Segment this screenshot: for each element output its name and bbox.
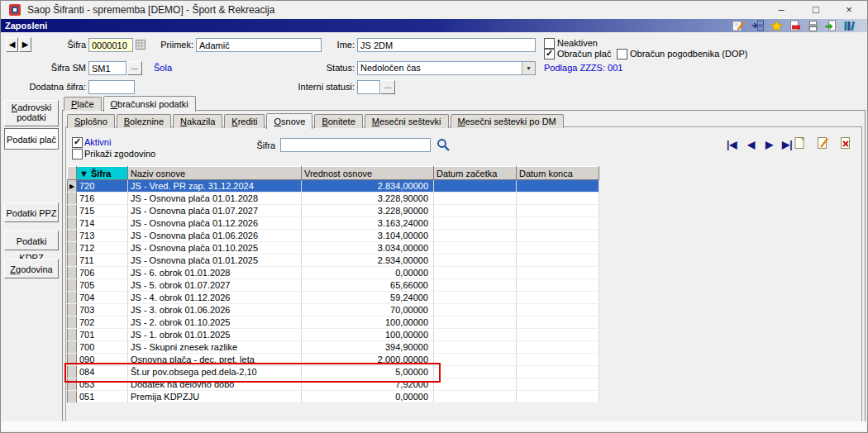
cell-gutter[interactable] [68, 391, 77, 403]
cell-naziv[interactable]: Št.ur pov.obsega ped.dela-2,10 [128, 366, 302, 378]
cell-vrednost[interactable]: 0,00000 [302, 391, 434, 403]
cell-sifra[interactable]: 715 [77, 205, 128, 217]
cell-vrednost[interactable]: 100,00000 [302, 316, 434, 329]
print-icon[interactable] [806, 20, 820, 31]
grid-prev-button[interactable]: ◀ [747, 139, 755, 150]
cell-sifra[interactable]: 701 [77, 329, 128, 341]
cell-zacetek[interactable] [434, 242, 517, 255]
close-button[interactable]: × [832, 1, 866, 19]
cell-zacetek[interactable] [434, 205, 517, 217]
cell-naziv[interactable]: JS - 6. obrok 01.01.2028 [128, 267, 302, 279]
cell-zacetek[interactable] [434, 180, 517, 193]
grid-last-button[interactable]: ▶| [782, 139, 793, 150]
cell-naziv[interactable]: JS - Osnovna plača 01.07.2027 [128, 205, 302, 217]
cell-sifra[interactable]: 711 [77, 255, 128, 267]
favorite-star-icon[interactable] [770, 20, 784, 31]
cell-vrednost[interactable]: 3.034,00000 [302, 242, 434, 255]
cell-gutter[interactable]: ▶ [68, 180, 77, 193]
cell-konca[interactable] [517, 391, 599, 403]
cell-konca[interactable] [517, 193, 599, 205]
cell-zacetek[interactable] [434, 354, 517, 366]
cell-konca[interactable] [517, 217, 599, 230]
table-row[interactable]: 713JS - Osnovna plača 01.06.20263.104,00… [68, 230, 599, 242]
status-combobox[interactable]: Nedoločen čas ▼ [357, 61, 536, 75]
cell-gutter[interactable] [68, 267, 77, 279]
table-row[interactable]: 705JS - 5. obrok 01.07.202765,66000 [68, 279, 599, 292]
chevron-down-icon[interactable]: ▼ [522, 62, 535, 74]
cell-vrednost[interactable]: 2.934,00000 [302, 255, 434, 267]
cell-gutter[interactable] [68, 217, 77, 230]
cell-sifra[interactable]: 720 [77, 180, 128, 193]
cell-naziv[interactable]: JS - 1. obrok 01.01.2025 [128, 329, 302, 341]
cell-vrednost[interactable]: 65,66000 [302, 279, 434, 292]
cell-sifra[interactable]: 053 [77, 378, 128, 391]
dodatna-sifra-input[interactable] [88, 80, 135, 94]
cell-konca[interactable] [517, 304, 599, 316]
library-books-icon[interactable] [842, 20, 856, 31]
cell-vrednost[interactable]: 3.104,00000 [302, 230, 434, 242]
sidebar-item-podatki-plac[interactable]: Podatki plač [4, 128, 59, 150]
cell-zacetek[interactable] [434, 279, 517, 292]
cell-konca[interactable] [517, 341, 599, 354]
cell-zacetek[interactable] [434, 341, 517, 354]
export-grid-icon[interactable] [751, 20, 765, 31]
cell-sifra[interactable]: 090 [77, 354, 128, 366]
sidebar-item-podatki-ppz[interactable]: Podatki PPZ [4, 202, 59, 222]
cell-gutter[interactable] [68, 279, 77, 292]
edit-record-icon[interactable] [816, 136, 829, 150]
tab-krediti[interactable]: Krediti [224, 114, 265, 128]
cell-konca[interactable] [517, 267, 599, 279]
insert-record-icon[interactable] [793, 136, 806, 150]
cell-gutter[interactable] [68, 205, 77, 217]
cell-konca[interactable] [517, 378, 599, 391]
cell-naziv[interactable]: JS - Skupni znesek razlike [128, 341, 302, 354]
cell-sifra[interactable]: 703 [77, 304, 128, 316]
cell-naziv[interactable]: Premija KDPZJU [128, 391, 302, 403]
cell-konca[interactable] [517, 255, 599, 267]
sidebar-item-zgodovina[interactable]: Zgodovina [4, 259, 59, 278]
cell-zacetek[interactable] [434, 366, 517, 378]
obracun-plac-checkbox[interactable] [544, 49, 555, 59]
cell-naziv[interactable]: Dodatek na delovno dobo [128, 378, 302, 391]
table-row[interactable]: 051Premija KDPZJU0,00000 [68, 391, 599, 403]
cell-naziv[interactable]: Osnovna plača - dec. pret. leta [128, 354, 302, 366]
cell-naziv[interactable]: JS - Osnovna plača 01.06.2026 [128, 230, 302, 242]
cell-gutter[interactable] [68, 316, 77, 329]
cell-gutter[interactable] [68, 354, 77, 366]
cell-vrednost[interactable]: 70,00000 [302, 304, 434, 316]
table-row[interactable]: 703JS - 3. obrok 01.06.202670,00000 [68, 304, 599, 316]
sidebar-item-podatki-kdpz[interactable]: Podatki KDPZ [4, 231, 59, 250]
cell-vrednost[interactable]: 3.163,24000 [302, 217, 434, 230]
cell-zacetek[interactable] [434, 217, 517, 230]
cell-vrednost[interactable]: 100,00000 [302, 329, 434, 341]
tab-osnove[interactable]: Osnove [266, 113, 312, 129]
table-row[interactable]: 700JS - Skupni znesek razlike394,90000 [68, 341, 599, 354]
edit-icon[interactable] [732, 20, 746, 31]
tab-obracunski-podatki[interactable]: Obračunski podatki [103, 96, 196, 112]
cell-gutter[interactable] [68, 329, 77, 341]
sifra-sm-input[interactable] [88, 61, 126, 75]
cell-konca[interactable] [517, 354, 599, 366]
cell-vrednost[interactable]: 394,90000 [302, 341, 434, 354]
cell-zacetek[interactable] [434, 378, 517, 391]
cell-sifra[interactable]: 714 [77, 217, 128, 230]
tab-splosno[interactable]: Splošno [67, 114, 115, 128]
cell-gutter[interactable] [68, 242, 77, 255]
table-row[interactable]: 702JS - 2. obrok 01.10.2025100,00000 [68, 316, 599, 329]
cell-gutter[interactable] [68, 378, 77, 391]
column-header-datum-konca[interactable]: Datum konca [517, 167, 599, 180]
sidebar-item-kadrovski-podatki[interactable]: Kadrovski podatki [4, 100, 59, 126]
cell-vrednost[interactable]: 3.228,90000 [302, 193, 434, 205]
interni-statusi-input[interactable] [357, 80, 380, 94]
cell-konca[interactable] [517, 329, 599, 341]
cell-sifra[interactable]: 084 [77, 366, 128, 378]
tab-boleznine[interactable]: Boleznine [117, 114, 171, 128]
cell-gutter[interactable] [68, 366, 77, 378]
grid-first-button[interactable]: |◀ [727, 139, 737, 150]
cell-gutter[interactable] [68, 292, 77, 304]
cell-sifra[interactable]: 700 [77, 341, 128, 354]
cell-sifra[interactable]: 051 [77, 391, 128, 403]
tab-mesecni-sestevki-po-dm[interactable]: Mesečni seštevki po DM [451, 114, 564, 128]
cell-naziv[interactable]: JS - Vred. PR zap. 31.12.2024 [128, 180, 302, 193]
cell-zacetek[interactable] [434, 292, 517, 304]
